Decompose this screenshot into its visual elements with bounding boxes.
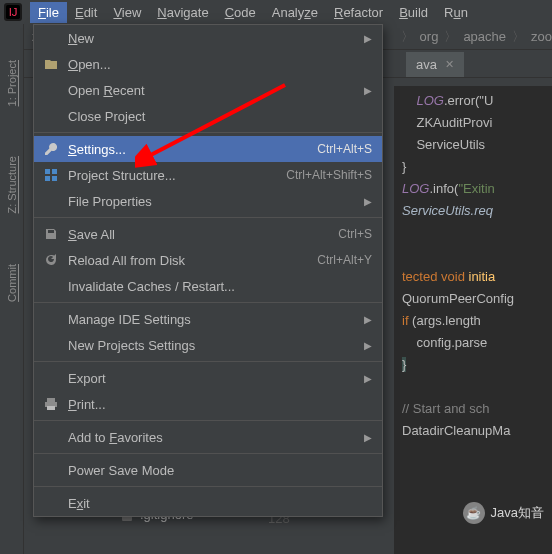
menu-separator [34,453,382,454]
menu-build[interactable]: Build [391,2,436,23]
menu-item-label: Save All [68,227,338,242]
menu-separator [34,217,382,218]
structure-icon [42,168,60,182]
menu-item-label: Power Save Mode [68,463,372,478]
menu-code[interactable]: Code [217,2,264,23]
menu-item-label: Project Structure... [68,168,286,183]
submenu-arrow-icon: ▶ [364,314,372,325]
svg-rect-9 [47,398,55,402]
rail-commit[interactable]: Commit [6,264,18,302]
menu-item-label: New [68,31,358,46]
menu-navigate[interactable]: Navigate [149,2,216,23]
watermark-icon: ☕ [463,502,485,524]
menu-item-label: Invalidate Caches / Restart... [68,279,372,294]
menu-item-add-to-favorites[interactable]: Add to Favorites▶ [34,424,382,450]
reload-icon [42,253,60,267]
svg-text:IJ: IJ [9,6,18,18]
menu-item-label: Open... [68,57,372,72]
menu-item-open[interactable]: Open... [34,51,382,77]
menu-separator [34,420,382,421]
close-icon[interactable]: ✕ [445,58,454,71]
menubar: IJ FileEditViewNavigateCodeAnalyzeRefact… [0,0,552,24]
menu-item-new[interactable]: New▶ [34,25,382,51]
menu-item-shortcut: Ctrl+S [338,227,372,241]
menu-item-new-projects-settings[interactable]: New Projects Settings▶ [34,332,382,358]
menu-item-shortcut: Ctrl+Alt+Y [317,253,372,267]
menu-file[interactable]: File [30,2,67,23]
svg-rect-6 [45,176,50,181]
submenu-arrow-icon: ▶ [364,373,372,384]
breadcrumb-part[interactable]: org [420,29,439,44]
menu-separator [34,302,382,303]
menu-refactor[interactable]: Refactor [326,2,391,23]
svg-rect-7 [52,176,57,181]
menu-item-open-recent[interactable]: Open Recent▶ [34,77,382,103]
menu-item-label: Close Project [68,109,372,124]
menu-run[interactable]: Run [436,2,476,23]
menu-item-shortcut: Ctrl+Alt+S [317,142,372,156]
svg-rect-8 [48,230,54,233]
submenu-arrow-icon: ▶ [364,432,372,443]
svg-rect-4 [45,169,50,174]
menu-item-power-save-mode[interactable]: Power Save Mode [34,457,382,483]
menu-separator [34,132,382,133]
menu-item-label: Open Recent [68,83,358,98]
menu-item-file-properties[interactable]: File Properties▶ [34,188,382,214]
menu-item-shortcut: Ctrl+Alt+Shift+S [286,168,372,182]
wrench-icon [42,142,60,156]
save-icon [42,227,60,241]
menu-item-settings[interactable]: Settings...Ctrl+Alt+S [34,136,382,162]
editor-tab[interactable]: ava ✕ [406,52,464,77]
menu-edit[interactable]: Edit [67,2,105,23]
menu-item-exit[interactable]: Exit [34,490,382,516]
menu-item-label: File Properties [68,194,358,209]
rail-project[interactable]: 1: Project [6,60,18,106]
menu-view[interactable]: View [105,2,149,23]
submenu-arrow-icon: ▶ [364,196,372,207]
menu-item-invalidate-caches-restart[interactable]: Invalidate Caches / Restart... [34,273,382,299]
svg-rect-5 [52,169,57,174]
menu-item-close-project[interactable]: Close Project [34,103,382,129]
submenu-arrow-icon: ▶ [364,340,372,351]
menu-item-save-all[interactable]: Save AllCtrl+S [34,221,382,247]
app-icon: IJ [4,3,22,21]
submenu-arrow-icon: ▶ [364,85,372,96]
menu-item-label: Export [68,371,358,386]
left-tool-rail: 1: Project Z: Structure Commit [0,24,24,554]
menu-item-label: Manage IDE Settings [68,312,358,327]
menu-item-project-structure[interactable]: Project Structure...Ctrl+Alt+Shift+S [34,162,382,188]
file-menu-dropdown: New▶Open...Open Recent▶Close ProjectSett… [33,24,383,517]
menu-item-label: Add to Favorites [68,430,358,445]
breadcrumb-part[interactable]: apache [463,29,506,44]
menu-item-reload-all-from-disk[interactable]: Reload All from DiskCtrl+Alt+Y [34,247,382,273]
menu-item-label: New Projects Settings [68,338,358,353]
menu-analyze[interactable]: Analyze [264,2,326,23]
code-editor[interactable]: LOG.error("U ZKAuditProvi ServiceUtils}L… [394,86,552,554]
menu-item-label: Reload All from Disk [68,253,317,268]
rail-structure[interactable]: Z: Structure [6,156,18,213]
open-icon [42,57,60,71]
menu-item-label: Exit [68,496,372,511]
menu-item-export[interactable]: Export▶ [34,365,382,391]
menu-separator [34,361,382,362]
print-icon [42,397,60,411]
menu-separator [34,486,382,487]
breadcrumb-part[interactable]: zoo [531,29,552,44]
watermark-text: Java知音 [491,504,544,522]
menu-item-label: Print... [68,397,372,412]
menu-item-label: Settings... [68,142,317,157]
menu-item-manage-ide-settings[interactable]: Manage IDE Settings▶ [34,306,382,332]
submenu-arrow-icon: ▶ [364,33,372,44]
tab-label: ava [416,57,437,72]
svg-rect-11 [47,406,55,410]
menu-item-print[interactable]: Print... [34,391,382,417]
watermark: ☕ Java知音 [463,502,544,524]
